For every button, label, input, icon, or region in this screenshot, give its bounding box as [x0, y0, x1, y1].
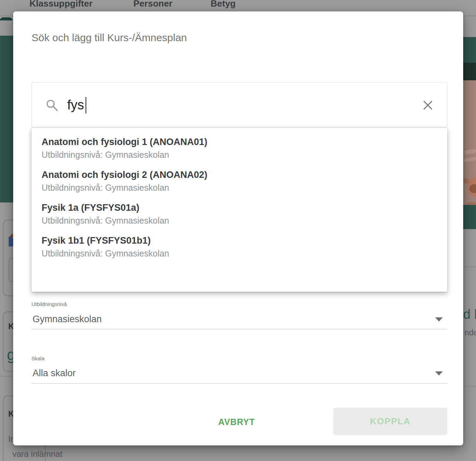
clear-search-icon[interactable]: [421, 98, 435, 112]
cancel-button[interactable]: AVBRYT: [212, 412, 261, 432]
search-result-item[interactable]: Anatomi och fysiologi 1 (ANOANA01)Utbild…: [32, 132, 447, 164]
dialog-title: Sök och lägg till Kurs-/Ämnesplan: [32, 31, 187, 44]
search-result-item[interactable]: Anatomi och fysiologi 2 (ANOANA02)Utbild…: [32, 164, 447, 197]
result-title: Fysik 1a (FYSFYS01a): [42, 202, 440, 214]
search-results-dropdown: Anatomi och fysiologi 1 (ANOANA01)Utbild…: [32, 128, 447, 292]
search-result-item[interactable]: Fysik 1b1 (FYSFYS01b1)Utbildningsnivå: G…: [32, 230, 447, 263]
tab-klassuppgifter[interactable]: Klassuppgifter: [29, 0, 92, 9]
results-list: Anatomi och fysiologi 1 (ANOANA01)Utbild…: [32, 132, 447, 263]
education-level-select[interactable]: [32, 307, 447, 334]
result-title: Anatomi och fysiologi 1 (ANOANA01): [42, 136, 440, 148]
result-subtitle: Utbildningsnivå: Gymnasieskolan: [42, 182, 440, 193]
confirm-button[interactable]: KOPPLA: [333, 408, 447, 435]
class-banner-right: [463, 37, 476, 63]
course-plan-search-box: [32, 82, 447, 127]
scale-label: Skala: [32, 355, 45, 361]
bg-divider: [0, 376, 14, 377]
scale-select[interactable]: [32, 362, 447, 389]
class-banner: [0, 36, 14, 202]
result-subtitle: Utbildningsnivå: Gymnasieskolan: [42, 248, 440, 259]
class-banner-illustration: [463, 80, 476, 205]
search-icon: [46, 99, 58, 111]
bg-section-heading: d k: [463, 307, 476, 322]
text-cursor: [86, 97, 86, 114]
result-title: Fysik 1b1 (FYSFYS01b1): [42, 235, 440, 246]
bg-divider: [463, 266, 476, 267]
tab-betyg[interactable]: Betyg: [211, 0, 236, 9]
add-course-plan-dialog: Sök och lägg till Kurs-/Ämnesplan Anatom…: [13, 11, 463, 445]
bg-divider: [463, 386, 476, 387]
class-banner-right-lower: [463, 205, 476, 229]
result-subtitle: Utbildningsnivå: Gymnasieskolan: [42, 150, 440, 160]
result-title: Anatomi och fysiologi 2 (ANOANA02): [42, 169, 440, 181]
bg-section-text: nde: [465, 328, 476, 337]
tab-personer[interactable]: Personer: [133, 0, 173, 9]
search-result-item[interactable]: Fysik 1a (FYSFYS01a)Utbildningsnivå: Gym…: [32, 197, 447, 230]
education-level-label: Utbildningsnivå: [32, 301, 67, 307]
bg-card-text: vara inlämnat: [12, 449, 62, 459]
result-subtitle: Utbildningsnivå: Gymnasieskolan: [42, 215, 440, 226]
search-input[interactable]: [67, 83, 407, 127]
class-banner-corner: [0, 17, 12, 20]
class-banner-right-shade: [463, 63, 476, 80]
